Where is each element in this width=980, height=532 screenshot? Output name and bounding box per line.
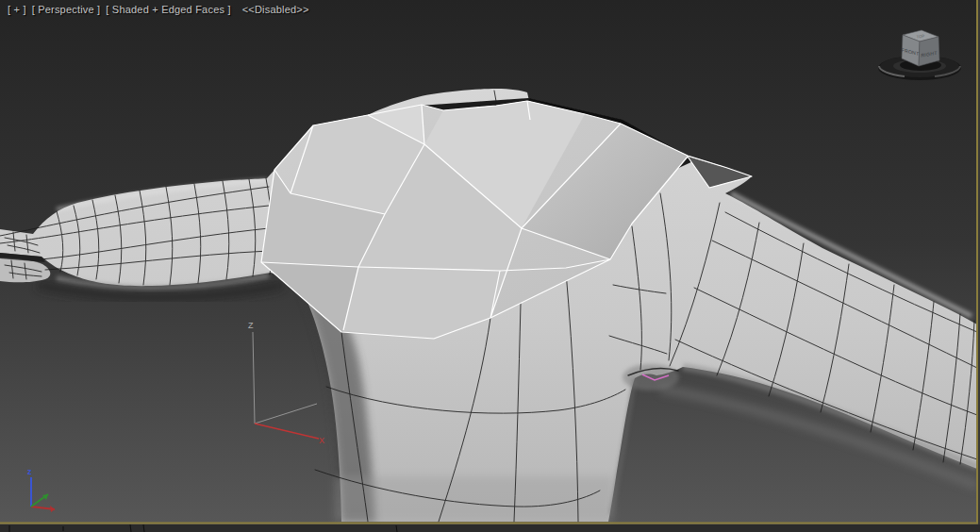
perspective-viewport[interactable]: Z X z TOP FRONT RIGHT <box>0 0 980 532</box>
viewport-pov-menu[interactable]: [ Perspective ] <box>32 4 101 15</box>
viewport-general-menu[interactable]: [ + ] <box>8 4 26 15</box>
tripod-x-label: X <box>319 436 324 445</box>
viewport-status-text: <<Disabled>> <box>242 4 309 15</box>
tripod-z-label: Z <box>248 321 254 330</box>
viewport-label-bar: [ + ][ Perspective ][ Shaded + Edged Fac… <box>8 4 315 15</box>
viewport-canvas[interactable]: Z X z TOP FRONT RIGHT <box>0 0 980 532</box>
viewport-shading-menu[interactable]: [ Shaded + Edged Faces ] <box>106 4 230 15</box>
viewcube-top-label[interactable]: TOP <box>916 34 924 40</box>
world-axis-z-label: z <box>27 467 32 476</box>
